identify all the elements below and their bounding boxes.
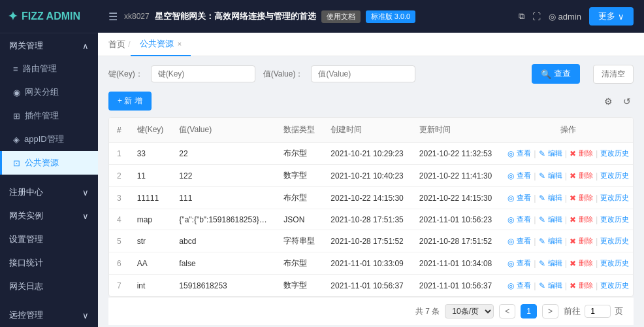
- op-delete-5[interactable]: 删除: [579, 258, 593, 268]
- sidebar-group-gateway[interactable]: 网关管理 ∧: [0, 33, 98, 57]
- op-history-2[interactable]: 更改历史: [600, 193, 629, 203]
- sidebar-group-register[interactable]: 注册中心 ∨: [0, 180, 98, 203]
- menu-toggle-icon[interactable]: ☰: [108, 10, 118, 23]
- op-history-3[interactable]: 更改历史: [600, 215, 629, 224]
- cell-created: 2021-10-22 14:15:30: [323, 187, 411, 209]
- current-page-btn[interactable]: 1: [521, 304, 537, 318]
- sidebar-item-routing[interactable]: ≡ 路由管理: [0, 57, 98, 80]
- sidebar-item-appid[interactable]: ◈ appID管理: [0, 128, 98, 151]
- sidebar-group-interface-stats[interactable]: 接口统计: [0, 250, 98, 274]
- clear-btn[interactable]: 清清空: [593, 65, 634, 84]
- op-edit-3[interactable]: 编辑: [548, 215, 562, 224]
- prev-page-btn[interactable]: <: [499, 304, 515, 318]
- sidebar-item-appid-label: appID管理: [24, 133, 64, 145]
- op-delete-0[interactable]: 删除: [579, 148, 593, 158]
- op-history-5[interactable]: 更改历史: [600, 258, 629, 268]
- op-view-4[interactable]: 查看: [517, 236, 531, 246]
- chevron-register-icon: ∨: [82, 188, 89, 198]
- gateway-id: xk8027: [124, 12, 150, 21]
- op-icon-edit: ✎: [539, 237, 545, 246]
- op-view-5[interactable]: 查看: [517, 258, 531, 268]
- expand-icon[interactable]: ⛶: [532, 12, 541, 22]
- value-filter-input[interactable]: [311, 65, 415, 82]
- window-icon[interactable]: ⧉: [519, 11, 524, 22]
- sidebar-item-public-resource-label: 公共资源: [25, 157, 59, 169]
- chevron-remote-icon: ∨: [82, 311, 89, 320]
- op-history-4[interactable]: 更改历史: [600, 236, 629, 246]
- next-page-btn[interactable]: >: [542, 304, 558, 318]
- cell-created: 2021-10-21 10:29:23: [323, 143, 411, 165]
- cell-created: 2021-11-01 10:33:09: [323, 252, 411, 275]
- plugin-icon: ⊞: [13, 111, 20, 121]
- op-delete-6[interactable]: 删除: [579, 281, 593, 290]
- op-icon-delete: ✖: [570, 149, 576, 158]
- op-view-3[interactable]: 查看: [517, 215, 531, 224]
- op-history-6[interactable]: 更改历史: [600, 281, 629, 290]
- cell-value: abcd: [171, 230, 276, 252]
- settings-icon-btn[interactable]: ⚙: [602, 94, 615, 109]
- version-tag[interactable]: 标准版 3.0.0: [366, 10, 416, 23]
- cell-created: 2021-11-01 10:56:37: [323, 275, 411, 297]
- col-value: 值(Value): [171, 118, 276, 143]
- breadcrumb-home[interactable]: 首页: [108, 39, 125, 50]
- cell-type: 数字型: [276, 275, 323, 297]
- sidebar-item-plugin[interactable]: ⊞ 插件管理: [0, 104, 98, 128]
- cell-updated: 2021-10-22 11:32:53: [411, 143, 500, 165]
- op-icon-edit: ✎: [539, 259, 545, 268]
- page-unit: 页: [615, 305, 623, 317]
- sidebar-item-gateway-group[interactable]: ◉ 网关分组: [0, 80, 98, 104]
- sidebar-interface-stats-label: 接口统计: [9, 257, 43, 269]
- op-view-1[interactable]: 查看: [517, 171, 531, 181]
- search-btn[interactable]: 🔍 查查: [532, 64, 580, 84]
- op-icon-delete: ✖: [570, 215, 576, 224]
- key-filter-input[interactable]: [151, 65, 255, 82]
- per-page-select[interactable]: 10条/页20条/页50条/页: [445, 304, 494, 318]
- op-history-1[interactable]: 更改历史: [600, 171, 629, 181]
- col-type: 数据类型: [276, 118, 323, 143]
- table-row: 1 33 22 布尔型 2021-10-21 10:29:23 2021-10-…: [109, 143, 634, 165]
- refresh-icon-btn[interactable]: ↺: [620, 94, 634, 109]
- sidebar-item-public-resource[interactable]: ⊡ 公共资源: [0, 151, 98, 175]
- cell-ops: ◎ 查看 | ✎ 编辑 | ✖ 删除 | 更改历史: [500, 209, 634, 230]
- op-view-0[interactable]: 查看: [517, 148, 531, 158]
- more-btn[interactable]: 更多 ∨: [589, 7, 634, 26]
- op-edit-0[interactable]: 编辑: [548, 148, 562, 158]
- op-edit-1[interactable]: 编辑: [548, 171, 562, 181]
- logo: ✦ FIZZ ADMIN: [0, 0, 98, 33]
- header-actions: ⧉ ⛶ ◎ admin 更多 ∨: [519, 7, 634, 26]
- op-delete-3[interactable]: 删除: [579, 215, 593, 224]
- op-edit-5[interactable]: 编辑: [548, 258, 562, 268]
- user-icon: ◎: [549, 12, 556, 22]
- docs-tag[interactable]: 使用文档: [321, 10, 361, 23]
- tab-close-icon[interactable]: ×: [178, 40, 182, 48]
- sidebar-group-settings[interactable]: 设置管理: [0, 227, 98, 250]
- op-edit-2[interactable]: 编辑: [548, 193, 562, 203]
- cell-ops: ◎ 查看 | ✎ 编辑 | ✖ 删除 | 更改历史: [500, 165, 634, 187]
- op-icon-edit: ✎: [539, 194, 545, 203]
- op-delete-1[interactable]: 删除: [579, 171, 593, 181]
- sidebar-group-gateway-log[interactable]: 网关日志: [0, 274, 98, 298]
- sidebar-group-remote[interactable]: 远控管理 ∨: [0, 303, 98, 326]
- op-edit-4[interactable]: 编辑: [548, 236, 562, 246]
- cell-updated: 2021-11-01 10:56:37: [411, 275, 500, 297]
- cell-value: 22: [171, 143, 276, 165]
- cell-created: 2021-10-28 17:51:52: [323, 230, 411, 252]
- tab-public-resource[interactable]: 公共资源 ×: [131, 33, 191, 56]
- goto-input[interactable]: [585, 305, 611, 318]
- group-icon: ◉: [13, 88, 20, 97]
- col-updated: 更新时间: [411, 118, 500, 143]
- pagination: 共 7 条 10条/页20条/页50条/页 < 1 > 前往 页: [108, 297, 634, 325]
- admin-user: ◎ admin: [549, 12, 581, 22]
- op-view-6[interactable]: 查看: [517, 281, 531, 290]
- filter-row: 键(Key)： 值(Value)： 🔍 查查 清清空: [108, 64, 634, 84]
- op-delete-4[interactable]: 删除: [579, 236, 593, 246]
- op-edit-6[interactable]: 编辑: [548, 281, 562, 290]
- add-btn[interactable]: + 新 增: [108, 92, 152, 111]
- op-icon-view: ◎: [507, 281, 514, 290]
- sidebar-item-plugin-label: 插件管理: [25, 110, 59, 122]
- op-history-0[interactable]: 更改历史: [600, 148, 629, 158]
- sidebar-group-gateway-instance[interactable]: 网关实例 ∨: [0, 203, 98, 227]
- op-view-2[interactable]: 查看: [517, 193, 531, 203]
- header: ☰ xk8027 星空智能网关：高效网络连接与管理的首选 使用文档 标准版 3.…: [98, 0, 644, 33]
- op-delete-2[interactable]: 删除: [579, 193, 593, 203]
